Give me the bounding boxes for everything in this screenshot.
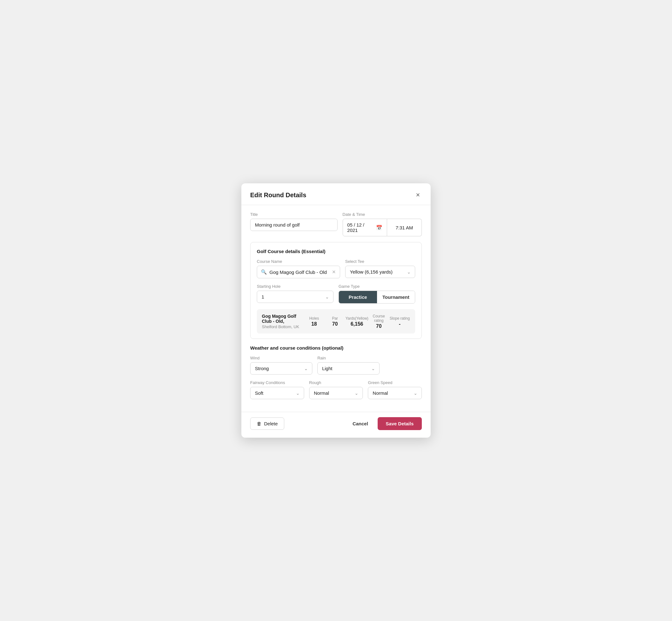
date-value: 05 / 12 / 2021	[347, 222, 373, 233]
game-type-label: Game Type	[339, 284, 415, 289]
search-icon: 🔍	[261, 269, 267, 275]
course-name-display: Gog Magog Golf Club - Old,	[262, 314, 303, 324]
datetime-group: Date & Time 05 / 12 / 2021 📅 7:31 AM	[343, 212, 422, 236]
slope-rating-value: -	[389, 321, 410, 327]
time-value: 7:31 AM	[395, 225, 413, 230]
practice-button[interactable]: Practice	[339, 291, 377, 303]
holes-label: Holes	[303, 316, 324, 321]
tournament-button[interactable]: Tournament	[377, 291, 415, 303]
close-button[interactable]: ×	[414, 191, 422, 199]
footer-right: Cancel Save Details	[348, 417, 422, 430]
yards-value: 6,156	[345, 321, 369, 327]
par-value: 70	[325, 321, 345, 327]
modal-footer: 🗑 Delete Cancel Save Details	[241, 412, 431, 438]
starting-hole-dropdown[interactable]: 1234 5678 910	[257, 291, 333, 303]
course-tee-row: Course Name 🔍 ✕ Select Tee Yellow (6,156…	[257, 259, 415, 278]
rain-label: Rain	[318, 356, 380, 360]
course-rating-stat: Course rating 70	[369, 314, 389, 329]
clear-course-icon[interactable]: ✕	[332, 269, 336, 275]
title-label: Title	[250, 212, 338, 217]
wind-dropdown[interactable]: CalmLightModerate StrongVery Strong	[250, 362, 312, 375]
title-date-row: Title Date & Time 05 / 12 / 2021 📅 7:31 …	[250, 212, 422, 236]
course-rating-label: Course rating	[369, 314, 389, 323]
rough-dropdown[interactable]: ShortNormalLongVery Long	[309, 387, 363, 399]
green-speed-label: Green Speed	[368, 380, 422, 385]
green-speed-wrap[interactable]: SlowNormalFastVery Fast ⌄	[368, 387, 422, 399]
weather-section: Weather and course conditions (optional)…	[250, 345, 422, 399]
fairway-dropdown[interactable]: FirmNormalSoftVery Soft	[250, 387, 304, 399]
wind-rain-row: Wind CalmLightModerate StrongVery Strong…	[250, 356, 422, 375]
fairway-rough-green-row: Fairway Conditions FirmNormalSoftVery So…	[250, 380, 422, 399]
wind-group: Wind CalmLightModerate StrongVery Strong…	[250, 356, 312, 375]
slope-rating-stat: Slope rating -	[389, 316, 410, 327]
rain-dropdown[interactable]: NoneLightModerateHeavy	[318, 362, 380, 375]
yards-stat: Yards(Yellow) 6,156	[345, 316, 369, 327]
course-location: Shelford Bottom, UK	[262, 324, 303, 329]
cancel-button[interactable]: Cancel	[348, 418, 372, 429]
save-button[interactable]: Save Details	[378, 417, 422, 430]
fairway-label: Fairway Conditions	[250, 380, 304, 385]
modal-header: Edit Round Details ×	[241, 183, 431, 205]
course-rating-value: 70	[369, 323, 389, 329]
starting-hole-wrap[interactable]: 1234 5678 910 ⌄	[257, 291, 333, 303]
starting-hole-group: Starting Hole 1234 5678 910 ⌄	[257, 284, 333, 303]
date-input-wrap[interactable]: 05 / 12 / 2021 📅	[343, 219, 387, 236]
delete-label: Delete	[264, 421, 278, 426]
holes-stat: Holes 18	[303, 316, 324, 327]
starting-hole-label: Starting Hole	[257, 284, 333, 289]
edit-round-modal: Edit Round Details × Title Date & Time 0…	[241, 183, 431, 438]
course-name-label: Course Name	[257, 259, 340, 264]
hole-gametype-row: Starting Hole 1234 5678 910 ⌄ Game Type	[257, 284, 415, 303]
course-info-name: Gog Magog Golf Club - Old, Shelford Bott…	[262, 314, 303, 329]
fairway-group: Fairway Conditions FirmNormalSoftVery So…	[250, 380, 304, 399]
rain-wrap[interactable]: NoneLightModerateHeavy ⌄	[318, 362, 380, 375]
wind-wrap[interactable]: CalmLightModerate StrongVery Strong ⌄	[250, 362, 312, 375]
delete-button[interactable]: 🗑 Delete	[250, 417, 284, 430]
green-speed-dropdown[interactable]: SlowNormalFastVery Fast	[368, 387, 422, 399]
rough-wrap[interactable]: ShortNormalLongVery Long ⌄	[309, 387, 363, 399]
select-tee-wrap[interactable]: Yellow (6,156 yards) White Red Blue ⌄	[345, 266, 415, 278]
datetime-label: Date & Time	[343, 212, 422, 217]
calendar-icon: 📅	[376, 225, 382, 231]
modal-body: Title Date & Time 05 / 12 / 2021 📅 7:31 …	[241, 205, 431, 412]
golf-course-section: Golf Course details (Essential) Course N…	[250, 242, 422, 339]
golf-section-title: Golf Course details (Essential)	[257, 249, 415, 254]
rain-group: Rain NoneLightModerateHeavy ⌄	[318, 356, 380, 375]
time-input-wrap[interactable]: 7:31 AM	[387, 219, 422, 236]
rough-group: Rough ShortNormalLongVery Long ⌄	[309, 380, 363, 399]
holes-value: 18	[303, 321, 324, 327]
slope-rating-label: Slope rating	[389, 316, 410, 321]
date-time-row: 05 / 12 / 2021 📅 7:31 AM	[343, 219, 422, 236]
modal-title: Edit Round Details	[250, 192, 306, 199]
course-name-group: Course Name 🔍 ✕	[257, 259, 340, 278]
trash-icon: 🗑	[257, 421, 261, 426]
par-label: Par	[325, 316, 345, 321]
select-tee-dropdown[interactable]: Yellow (6,156 yards) White Red Blue	[345, 266, 415, 278]
green-speed-group: Green Speed SlowNormalFastVery Fast ⌄	[368, 380, 422, 399]
yards-label: Yards(Yellow)	[345, 316, 369, 321]
title-input[interactable]	[250, 219, 338, 231]
select-tee-label: Select Tee	[345, 259, 415, 264]
select-tee-group: Select Tee Yellow (6,156 yards) White Re…	[345, 259, 415, 278]
wind-label: Wind	[250, 356, 312, 360]
fairway-wrap[interactable]: FirmNormalSoftVery Soft ⌄	[250, 387, 304, 399]
title-group: Title	[250, 212, 338, 236]
game-type-group: Game Type Practice Tournament	[339, 284, 415, 303]
weather-section-title: Weather and course conditions (optional)	[250, 345, 422, 350]
par-stat: Par 70	[325, 316, 345, 327]
game-type-toggle: Practice Tournament	[339, 291, 415, 303]
course-search-wrap[interactable]: 🔍 ✕	[257, 266, 340, 278]
course-name-input[interactable]	[269, 270, 329, 275]
rough-label: Rough	[309, 380, 363, 385]
course-info-box: Gog Magog Golf Club - Old, Shelford Bott…	[257, 309, 415, 334]
